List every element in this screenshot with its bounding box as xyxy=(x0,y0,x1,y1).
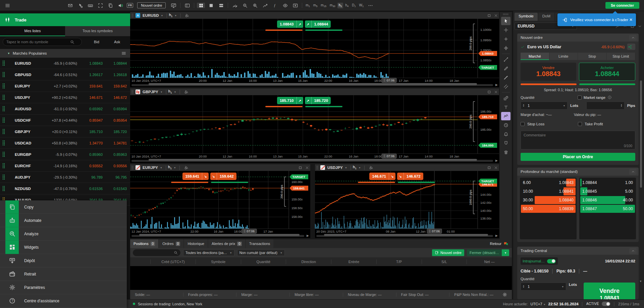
symbol-bid[interactable]: 1.26617 xyxy=(82,73,106,77)
dom-ask-row[interactable]: 1.088441.00 xyxy=(580,179,635,187)
maximize-icon[interactable] xyxy=(486,165,492,170)
symbol-ask[interactable]: 1.34781 xyxy=(106,141,130,145)
buy-badge[interactable]: ↗185.720 xyxy=(305,97,331,104)
chart-drag-handle[interactable] xyxy=(316,166,318,170)
chart-type-icon[interactable]: A xyxy=(136,13,140,18)
symbol-bid[interactable]: 0.85960 xyxy=(82,152,106,157)
single-chart-mode-icon[interactable] xyxy=(207,3,215,8)
chart-plot-area[interactable]: 200.0 pips160.000159.000158.500158.00015… xyxy=(130,171,310,229)
bottom-tab-ordres[interactable]: Ordres0 xyxy=(159,239,183,248)
symbol-row-eurchf[interactable]: EURCHF-14.9 (-0.16%)0.935520.93556 xyxy=(0,160,130,172)
symbol-bid[interactable]: 96.789 xyxy=(82,175,106,179)
timeframe-h1[interactable]: h1 xyxy=(337,3,343,8)
symbol-bid[interactable]: 0.85947 xyxy=(82,118,106,122)
collapse-panel-icon[interactable] xyxy=(629,169,637,175)
menu-item-copy[interactable]: Copy xyxy=(0,200,127,214)
tool-lineseg[interactable] xyxy=(501,55,511,64)
dom-bid-row[interactable]: 30.001.08840 xyxy=(521,196,576,204)
tool-crosshair[interactable] xyxy=(501,26,511,34)
chart-plot-area[interactable]: 200.0 pips186.000185.000185.710↗↗185.720… xyxy=(130,95,499,153)
order-type-stop-limit[interactable]: Stop Limit xyxy=(607,53,636,60)
collapse-panel-icon[interactable] xyxy=(629,35,637,41)
pips-stepper[interactable]: ▲▼ xyxy=(586,102,624,110)
crosshair-time-tooltip[interactable]: 07:06 xyxy=(381,153,396,159)
split-chart-mode-icon[interactable] xyxy=(217,3,225,8)
timeframe-h4[interactable]: h4 xyxy=(344,3,350,8)
menu-item-centre-d-assistance[interactable]: ?Centre d'assistance xyxy=(0,294,127,308)
market-watch-icon[interactable] xyxy=(184,89,191,94)
chart-timeframe[interactable]: h1 xyxy=(169,13,172,18)
chart-edit-icon[interactable] xyxy=(231,3,239,8)
dom-bid-row[interactable]: 50.001.08839 xyxy=(521,205,576,213)
positions-search[interactable] xyxy=(133,249,180,256)
hamburger-menu-icon[interactable] xyxy=(3,3,11,8)
symbol-search[interactable] xyxy=(3,38,82,46)
list-options-icon[interactable] xyxy=(121,51,126,56)
tab-my-lists[interactable]: Mes listes xyxy=(0,26,65,36)
chart-header[interactable]: GBPJPY▼│h1▼│ xyxy=(130,88,499,95)
tool-pattern[interactable] xyxy=(501,112,511,120)
more-timeframes-icon[interactable] xyxy=(366,3,374,8)
tab-all-symbols[interactable]: Tous les symboles xyxy=(65,26,130,36)
drag-handle[interactable] xyxy=(2,60,5,66)
symbol-row-usdchf[interactable]: USDCHF+37.8 (+0.44%)0.859470.85954 xyxy=(0,115,130,126)
menu-item-analyze[interactable]: Analyze xyxy=(0,227,127,241)
maximize-icon[interactable] xyxy=(297,165,304,170)
tool-clock[interactable] xyxy=(501,121,511,129)
right-panel-scrollbar[interactable]: ▼ xyxy=(640,34,642,288)
duplicate-icon[interactable] xyxy=(106,3,114,8)
market-group-header[interactable]: ▼ Marchés Populaires xyxy=(0,49,130,58)
chart-type-icon[interactable] xyxy=(320,165,325,170)
timezone-select[interactable]: UTC+7▼ xyxy=(530,302,545,306)
timeframe-m1[interactable]: m1 xyxy=(304,3,311,8)
new-order-button[interactable]: Nouvel ordre xyxy=(137,2,166,8)
buy-button[interactable]: Acheter1.08844 xyxy=(579,63,635,81)
visibility-icon[interactable] xyxy=(281,3,289,8)
symbol-bid[interactable]: 0.65992 xyxy=(82,107,106,111)
symbol-ask[interactable]: 1.08844 xyxy=(106,61,130,65)
maximize-icon[interactable] xyxy=(486,89,492,95)
chart-header[interactable]: AEURUSD▼│h1▼│ xyxy=(130,12,499,19)
fullscreen-icon[interactable] xyxy=(96,3,104,8)
tc-panel-header[interactable]: Trading Central xyxy=(517,247,639,255)
chart-timeframe[interactable]: h1 xyxy=(168,89,172,94)
bottom-tab-historique[interactable]: Historique xyxy=(184,239,208,248)
new-order-panel-header[interactable]: Nouvel ordre xyxy=(517,34,639,42)
expand-all-icon[interactable] xyxy=(637,23,643,29)
bottom-tab-alertes-de-prix[interactable]: Alertes de prix0 xyxy=(208,239,245,248)
close-icon[interactable] xyxy=(492,89,499,95)
mail-icon[interactable] xyxy=(66,3,74,8)
tc-plan-select[interactable]: Intrajournal… xyxy=(521,257,558,265)
language-badge[interactable]: FR xyxy=(127,3,133,8)
timeframe-W1[interactable]: W1 xyxy=(358,3,365,8)
drag-handle[interactable] xyxy=(2,72,5,77)
tool-shapes[interactable] xyxy=(501,94,511,102)
symbol-ask[interactable]: 159.642 xyxy=(106,84,130,88)
direction-filter-dropdown[interactable]: Toutes les directions (pa…▼ xyxy=(183,249,234,256)
zoom-out-icon[interactable] xyxy=(241,3,249,8)
menu-item-automate[interactable]: Automate xyxy=(0,214,127,227)
close-icon[interactable] xyxy=(492,13,499,18)
place-order-button[interactable]: Placer un Ordre xyxy=(521,153,635,161)
tc-quantity-stepper[interactable]: ▲▼1▼ xyxy=(521,283,566,291)
market-watch-icon[interactable] xyxy=(184,165,191,170)
timeframe-D1[interactable]: D1 xyxy=(351,3,357,8)
chart-drag-handle[interactable] xyxy=(131,13,133,17)
symbol-row-nzdusd[interactable]: NZDUSD-47.0 (-0.76%)0.615360.61543 xyxy=(0,183,130,194)
chart-header[interactable]: USDJPY▼│h1▼│ xyxy=(315,164,499,171)
active-toggle[interactable] xyxy=(602,302,610,306)
trade-section-header[interactable]: Trade xyxy=(0,13,130,26)
buy-badge[interactable]: ↘146.672 xyxy=(397,173,423,180)
order-type-limite[interactable]: Limite xyxy=(549,53,578,60)
symbol-row-eurgbp[interactable]: EURGBP-5.9 (-0.07%)0.859600.85963 xyxy=(0,149,130,160)
drag-handle[interactable] xyxy=(2,129,5,134)
market-watch-icon[interactable] xyxy=(369,165,375,170)
crosshair-time-tooltip[interactable]: 07:06 xyxy=(427,229,442,234)
tool-channel[interactable] xyxy=(501,82,511,91)
drag-handle[interactable] xyxy=(2,174,5,180)
multi-chart-mode-icon[interactable] xyxy=(197,3,205,8)
chart-scrollbar[interactable]: ▶ xyxy=(315,234,499,238)
toolbar-grip[interactable] xyxy=(503,13,509,15)
symbol-bid[interactable]: 1.08843 xyxy=(82,61,106,65)
symbol-row-usdjpy[interactable]: USDJPY+90.2 (+0.62%)146.671146.672 xyxy=(0,92,130,103)
